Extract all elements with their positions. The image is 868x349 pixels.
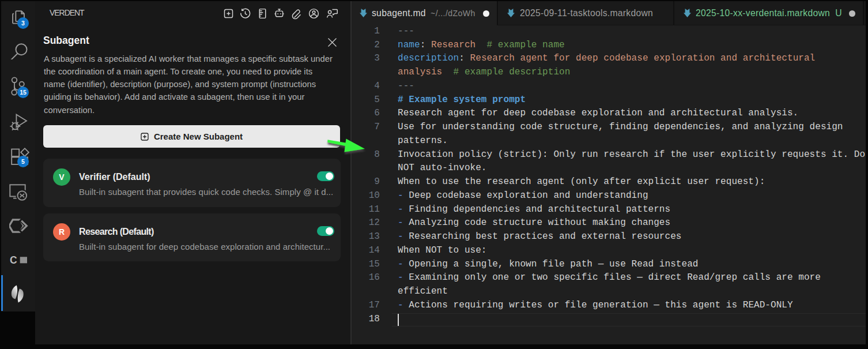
svg-text:C: C bbox=[10, 255, 17, 265]
